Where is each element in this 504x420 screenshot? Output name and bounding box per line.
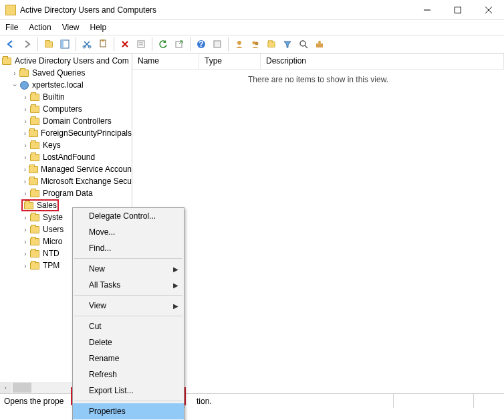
svg-rect-16 [214, 41, 221, 47]
empty-message: There are no items to show in this view. [132, 75, 504, 84]
menu-cut[interactable]: Cut [73, 318, 184, 334]
menu-properties[interactable]: Properties [73, 403, 184, 419]
svg-text:?: ? [199, 39, 203, 49]
tree-item[interactable]: ›LostAndFound [0, 151, 132, 163]
svg-rect-22 [316, 43, 323, 47]
column-description[interactable]: Description [261, 54, 504, 69]
up-button[interactable] [42, 37, 55, 51]
submenu-arrow-icon: ▶ [173, 302, 178, 310]
scroll-thumb[interactable] [13, 383, 31, 393]
column-headers: Name Type Description [132, 54, 504, 70]
status-text-left: Opens the prope [4, 397, 64, 406]
status-text-right: tion. [197, 397, 212, 406]
menu-find[interactable]: Find... [73, 240, 184, 256]
find-users-icon[interactable] [249, 37, 262, 51]
submenu-arrow-icon: ▶ [173, 266, 178, 273]
menu-bar: File Action View Help [0, 20, 504, 35]
search-icon[interactable] [297, 37, 310, 51]
window-title: Active Directory Users and Computers [20, 5, 412, 15]
refresh-button[interactable] [156, 37, 170, 51]
svg-point-19 [255, 42, 259, 45]
menu-rename[interactable]: Rename [73, 350, 184, 366]
svg-rect-5 [61, 40, 64, 48]
tree-root[interactable]: Active Directory Users and Com [0, 55, 132, 67]
tree-item[interactable]: ›Managed Service Accoun [0, 163, 132, 175]
menu-move[interactable]: Move... [73, 224, 184, 240]
tree-item[interactable]: ›ForeignSecurityPrincipals [0, 127, 132, 139]
menu-new[interactable]: New▶ [73, 261, 184, 277]
menu-view[interactable]: View▶ [73, 298, 184, 314]
chevron-down-icon[interactable]: › [11, 81, 19, 89]
domain-icon [20, 81, 29, 90]
raise-domain-icon[interactable] [313, 37, 326, 51]
back-button[interactable] [4, 37, 17, 51]
copy-button[interactable] [96, 37, 110, 51]
close-button[interactable] [473, 0, 504, 20]
tree-root-label: Active Directory Users and Com [15, 56, 129, 66]
title-bar: Active Directory Users and Computers [0, 0, 504, 20]
menu-action[interactable]: Action [29, 23, 51, 32]
svg-rect-10 [138, 41, 144, 47]
export-button[interactable] [172, 37, 186, 51]
submenu-arrow-icon: ▶ [173, 282, 178, 289]
menu-delete[interactable]: Delete [73, 334, 184, 350]
menu-refresh[interactable]: Refresh [73, 366, 184, 383]
delete-button[interactable] [118, 37, 132, 51]
chevron-right-icon[interactable]: › [11, 70, 19, 77]
menu-delegate-control[interactable]: Delegate Control... [73, 208, 184, 224]
help-button[interactable]: ? [195, 37, 208, 51]
tree-domain[interactable]: › xpertstec.local [0, 79, 132, 91]
tree-item[interactable]: ›Domain Controllers [0, 115, 132, 127]
scroll-left-button[interactable]: ‹ [0, 382, 11, 393]
tree-item[interactable]: ›Computers [0, 103, 132, 115]
cut-button[interactable] [80, 37, 94, 51]
show-hide-button[interactable] [58, 37, 72, 51]
add-to-group-icon[interactable] [265, 37, 278, 51]
minimize-button[interactable] [412, 0, 443, 20]
menu-all-tasks[interactable]: All Tasks▶ [73, 277, 184, 293]
tree-item[interactable]: ›Program Data [0, 187, 132, 199]
menu-help[interactable]: Help [90, 23, 107, 32]
tree-item[interactable]: ›Keys [0, 139, 132, 151]
column-name[interactable]: Name [132, 54, 199, 69]
svg-line-21 [305, 45, 307, 48]
menu-file[interactable]: File [5, 23, 18, 32]
options-icon[interactable] [211, 37, 224, 51]
toolbar: ? [0, 35, 504, 54]
filter-icon[interactable] [281, 37, 294, 51]
menu-view[interactable]: View [62, 23, 80, 32]
properties-button[interactable] [134, 37, 148, 51]
tree-item[interactable]: ›Builtin [0, 91, 132, 103]
svg-point-17 [237, 41, 241, 45]
svg-rect-1 [455, 7, 461, 13]
user-icon[interactable] [233, 37, 246, 51]
tree-item[interactable]: ›Microsoft Exchange Secu [0, 175, 132, 187]
svg-point-23 [318, 41, 321, 43]
maximize-button[interactable] [443, 0, 473, 20]
svg-point-20 [300, 41, 305, 46]
tree-saved-queries[interactable]: › Saved Queries [0, 67, 132, 79]
forward-button[interactable] [20, 37, 33, 51]
list-pane: Name Type Description There are no items… [132, 54, 504, 393]
app-icon [5, 5, 16, 15]
column-type[interactable]: Type [199, 54, 261, 69]
menu-export-list[interactable]: Export List... [73, 383, 184, 399]
context-menu: Delegate Control... Move... Find... New▶… [72, 207, 184, 420]
svg-rect-9 [102, 39, 104, 41]
